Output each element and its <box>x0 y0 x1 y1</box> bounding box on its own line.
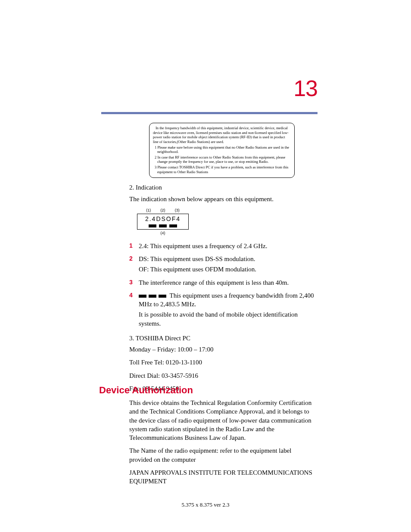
label-bars-icon <box>139 224 187 227</box>
label-marker-1: (1) <box>146 208 151 213</box>
band-bars-icon <box>139 295 166 298</box>
list-text: OF: This equipment uses OFDM modulation. <box>139 265 314 274</box>
section-2-intro: The indication shown below appears on th… <box>129 195 314 203</box>
section-3-heading: 3. TOSHIBA Direct PC <box>129 334 314 342</box>
device-authorization-heading: Device Authorization <box>99 385 193 396</box>
list-item: 4 This equipment uses a frequency bandwi… <box>129 291 314 330</box>
authorization-content: This device obtains the Technical Regula… <box>129 398 314 490</box>
list-number: 1 <box>129 242 139 252</box>
list-item: 2 DS: This equipment uses DS-SS modulati… <box>129 255 314 276</box>
notice-box: In the frequency bandwidth of this equip… <box>149 123 295 178</box>
label-text: 2.4DSOF4 <box>139 215 187 223</box>
notice-item-3: 3 Please contact TOSHIBA Direct PC if yo… <box>153 165 291 174</box>
label-marker-2: (2) <box>160 208 165 213</box>
horizontal-rule <box>101 112 318 114</box>
equipment-label-figure: (1) (2) (3) 2.4DSOF4 (4) <box>137 208 189 236</box>
page: 13 In the frequency bandwidth of this eq… <box>0 0 411 532</box>
label-marker-4: (4) <box>137 230 189 236</box>
auth-paragraph-1: This device obtains the Technical Regula… <box>129 398 314 442</box>
section-2-heading: 2. Indication <box>129 183 314 192</box>
notice-item-1: 1 Please make sure before using this equ… <box>153 145 291 154</box>
list-number: 3 <box>129 278 139 289</box>
list-text: 2.4: This equipment uses a frequency of … <box>139 242 314 250</box>
notice-paragraph: In the frequency bandwidth of this equip… <box>153 126 291 144</box>
list-text: The interference range of this equipment… <box>139 278 314 287</box>
list-number: 2 <box>129 255 139 276</box>
list-number: 4 <box>129 291 139 330</box>
label-marker-3: (3) <box>175 208 180 213</box>
contact-tollfree: Toll Free Tel: 0120-13-1100 <box>129 358 314 367</box>
list-item: 1 2.4: This equipment uses a frequency o… <box>129 242 314 252</box>
page-number: 13 <box>293 75 318 101</box>
auth-paragraph-3: JAPAN APPROVALS INSTITUTE FOR TELECOMMUN… <box>129 468 314 486</box>
main-content: In the frequency bandwidth of this equip… <box>129 123 314 397</box>
notice-item-2: 2 In case that RF interference occurs to… <box>153 155 291 164</box>
numbered-list: 1 2.4: This equipment uses a frequency o… <box>129 242 314 330</box>
contact-direct: Direct Dial: 03-3457-5916 <box>129 371 314 380</box>
list-text: It is possible to avoid the band of mobi… <box>139 310 314 328</box>
auth-paragraph-2: The Name of the radio equipment: refer t… <box>129 446 314 464</box>
list-item: 3 The interference range of this equipme… <box>129 278 314 289</box>
list-text: This equipment uses a frequency bandwidt… <box>139 291 314 309</box>
page-footer: 5.375 x 8.375 ver 2.3 <box>0 501 411 508</box>
list-text: DS: This equipment uses DS-SS modulation… <box>139 255 314 263</box>
label-box: 2.4DSOF4 <box>137 214 189 230</box>
contact-hours: Monday – Friday: 10:00 – 17:00 <box>129 345 314 354</box>
